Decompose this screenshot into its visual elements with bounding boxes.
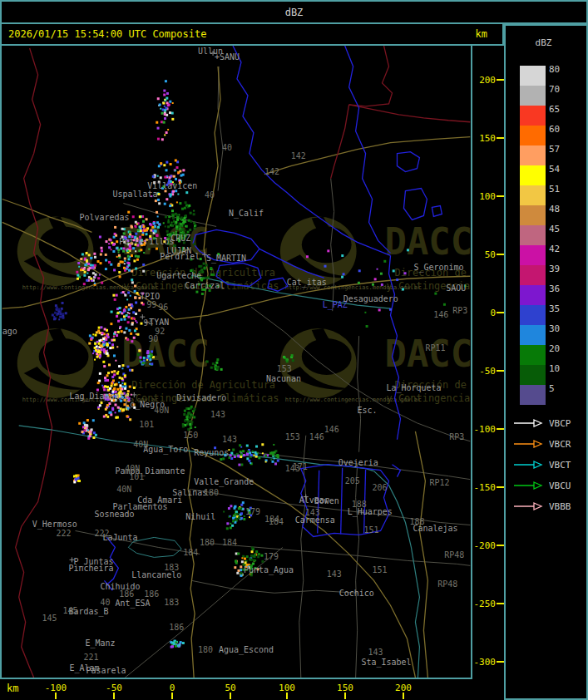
dbz-swatch xyxy=(520,66,546,86)
place-label: S_Geronimo xyxy=(413,263,463,273)
place-label: E_Manz xyxy=(85,638,115,648)
road-number-label: 146 xyxy=(324,425,339,434)
road-number-label: 153 xyxy=(285,432,300,441)
vector-arrowhead-icon xyxy=(534,441,541,447)
road-number-label: 143 xyxy=(222,435,237,444)
echo-cluster xyxy=(78,419,97,440)
place-label: Lag_Diamante xyxy=(70,392,130,402)
road-number-label: 179 xyxy=(245,507,260,516)
dbz-value-label: 36 xyxy=(549,283,560,294)
radar-map: DACCDirección de Agriculturay Contingenc… xyxy=(2,46,472,679)
dbz-swatch xyxy=(520,245,546,265)
y-tick-mark xyxy=(497,486,504,488)
place-label: Agua_Toro xyxy=(143,445,188,455)
road-number-label: 143 xyxy=(327,569,342,579)
place-label: Divisadero xyxy=(176,393,226,402)
road-major xyxy=(415,431,427,678)
water-body-outline xyxy=(397,152,419,172)
place-label: Nihuil xyxy=(185,512,215,521)
x-axis: km -100-50050100150200 xyxy=(0,679,504,700)
place-label: Sosneado xyxy=(94,510,134,520)
river-blue xyxy=(393,465,401,477)
road-number-label: RP48 xyxy=(437,579,457,589)
road-number-label: 143 xyxy=(210,410,225,419)
road-number-label: 40N xyxy=(133,440,148,449)
title-bar: dBZ xyxy=(0,0,588,24)
place-label: La_Horqueta xyxy=(387,383,442,393)
y-tick-mark xyxy=(497,254,504,255)
place-label: Pasarela xyxy=(86,666,126,675)
y-tick-label: -300 xyxy=(474,657,497,668)
road-minor xyxy=(356,465,359,678)
river-blue xyxy=(345,46,391,253)
y-tick-label: 200 xyxy=(479,75,496,86)
place-label: Ovejeria xyxy=(338,458,378,467)
x-tick-mark xyxy=(55,693,57,699)
y-tick-mark xyxy=(497,661,504,663)
place-label: Perdriel xyxy=(160,252,200,261)
dbz-value-label: 54 xyxy=(549,164,560,175)
y-tick-mark xyxy=(497,428,504,430)
road-number-label: 99 xyxy=(146,300,156,309)
vector-label: VBCU xyxy=(549,481,571,491)
x-tick-mark xyxy=(230,693,231,699)
radar-app-window: dBZ 2026/01/15 15:54:00 UTC Composite km… xyxy=(0,0,588,700)
y-tick-label: -200 xyxy=(474,540,497,551)
dbz-swatch xyxy=(520,265,546,285)
road-number-label: 180 xyxy=(200,538,215,547)
echo-cluster xyxy=(52,302,67,320)
dbz-value-label: 30 xyxy=(549,323,560,334)
road-number-label: 183 xyxy=(164,563,179,572)
road-number-label: 222 xyxy=(94,529,109,538)
dbz-swatch xyxy=(520,365,546,385)
y-tick-label: -150 xyxy=(474,482,497,493)
dacc-watermark-tile: DACCDirección de Agriculturay Contingenc… xyxy=(280,328,471,404)
road-number-label: 179 xyxy=(264,552,279,561)
river-blue xyxy=(341,468,343,535)
y-tick-label: -100 xyxy=(474,424,497,435)
place-label: Esc. xyxy=(358,406,378,415)
y-tick-mark xyxy=(497,370,504,372)
place-label: Ant_ESA xyxy=(115,599,150,609)
radar-vector-row: VBCU xyxy=(514,481,571,491)
road-number-label: 186 xyxy=(119,589,134,599)
y-axis: 200150100500-50-100-150-200-250-300 xyxy=(472,46,504,679)
road-number-label: 145 xyxy=(42,614,57,623)
road-number-label: 151 xyxy=(364,525,379,535)
map-canvas: DACCDirección de Agriculturay Contingenc… xyxy=(2,46,471,678)
info-bar: 2026/01/15 15:54:00 UTC Composite km xyxy=(0,24,504,46)
vector-label: VBCP xyxy=(549,418,571,429)
province-border xyxy=(349,46,393,106)
road-number-label: 150 xyxy=(183,431,198,440)
place-label: Punta_Agua xyxy=(244,565,294,575)
watermark-big-text: DACC xyxy=(385,333,471,375)
road-number-label: 142 xyxy=(264,167,279,176)
vector-arrowhead-icon xyxy=(534,420,541,426)
legend-title: dBZ xyxy=(506,37,581,48)
radar-vector-row: VBCP xyxy=(514,418,571,429)
place-label: S_MARTIN xyxy=(206,254,246,264)
radar-vector-row: VBBB xyxy=(514,501,571,512)
y-tick-mark xyxy=(497,312,504,313)
dbz-value-label: 57 xyxy=(549,144,560,155)
place-label: SAOU xyxy=(446,283,466,293)
place-label: Agua_Escond xyxy=(219,645,274,655)
road-number-label: 186 xyxy=(144,589,159,599)
road-number-label: 221 xyxy=(83,653,98,662)
echo-cluster xyxy=(73,474,81,483)
road-number-label: 186 xyxy=(169,623,184,632)
road-number-label: 40N xyxy=(116,485,131,494)
dbz-value-label: 51 xyxy=(549,184,560,195)
y-tick-label: 0 xyxy=(490,308,496,318)
road-number-label: RP3 xyxy=(449,432,464,441)
place-label: Potrerillos xyxy=(119,237,174,246)
place-label: N_Calif xyxy=(229,209,264,219)
legend-panel: dBZ 807065605754514845423936353020105 VB… xyxy=(504,24,588,700)
road-number-label: 188 xyxy=(409,517,424,526)
dbz-swatch xyxy=(520,285,546,305)
road-number-label: 40 xyxy=(205,190,215,200)
y-tick-mark xyxy=(497,195,504,197)
radar-vector-row: VBCT xyxy=(514,460,571,471)
vector-legend: VBCPVBCRVBCTVBCUVBBB xyxy=(509,413,588,530)
y-tick-label: 50 xyxy=(485,249,496,260)
